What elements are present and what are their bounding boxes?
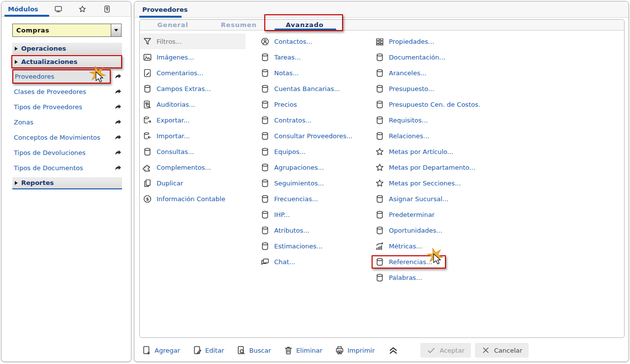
menu-item-exportar[interactable]: Exportar... [143, 112, 257, 128]
star-icon[interactable] [78, 5, 87, 13]
sidebar-section-operaciones[interactable]: Operaciones [12, 43, 122, 55]
share-arrow-icon [114, 134, 122, 142]
sidebar-item-zonas[interactable]: Zonas [12, 116, 122, 128]
menu-item-importar[interactable]: Importar... [143, 128, 257, 144]
tab-general[interactable]: General [140, 20, 206, 30]
dollar-circle-icon: $ [143, 194, 152, 204]
menu-item-frecuencias[interactable]: Frecuencias... [260, 191, 373, 207]
menu-item-ihp[interactable]: IHP... [260, 207, 373, 222]
sidebar-item-conceptos-de-movimientos[interactable]: Conceptos de Movimientos [12, 131, 122, 144]
imprimir-button[interactable]: Imprimir [335, 345, 375, 355]
menu-item-chat[interactable]: Chat... [260, 254, 373, 270]
menu-item-seguimientos[interactable]: Seguimientos... [260, 175, 373, 191]
database-icon [260, 100, 270, 109]
menu-item-duplicar[interactable]: Duplicar [143, 175, 257, 191]
sidebar-item-link[interactable]: Clases de Proveedores [12, 86, 111, 98]
module-selector-dropdown-button[interactable] [111, 24, 121, 36]
menu-item-comentarios[interactable]: Comentarios... [143, 65, 257, 81]
tab-content-box: GeneralResumenAvanzado Filtros...Imágene… [139, 19, 625, 338]
sidebar-item-tipos-de-documentos[interactable]: Tipos de Documentos [12, 162, 122, 174]
database-icon [260, 163, 270, 172]
menu-item-consultar-proveedores[interactable]: Consultar Proveedores... [260, 128, 373, 144]
menu-item-referencias[interactable]: Referencias... [375, 254, 523, 270]
menu-item-tareas[interactable]: Tareas... [260, 49, 373, 65]
sidebar-item-clases-de-proveedores[interactable]: Clases de Proveedores [12, 86, 122, 98]
share-arrow-icon [114, 73, 122, 81]
monitor-icon[interactable] [54, 5, 63, 13]
sidebar-item-link[interactable]: Tipos de Documentos [12, 162, 111, 174]
menu-item-equipos[interactable]: Equipos... [260, 144, 373, 159]
menu-item-presupuesto[interactable]: Presupuesto... [375, 81, 523, 96]
menu-item-metas-por-secciones[interactable]: Metas por Secciones... [375, 175, 523, 191]
tab-modulos[interactable]: Módulos [1, 5, 38, 13]
menu-item-notas[interactable]: Notas... [260, 65, 373, 81]
label: Proveedores [15, 73, 54, 80]
menu-item-informacion-contable[interactable]: $Información Contable [143, 191, 257, 207]
menu-item-metas-por-departamento[interactable]: Metas por Departamento... [375, 159, 523, 175]
menu-item-requisitos[interactable]: Requisitos... [375, 112, 523, 128]
menu-item-relaciones[interactable]: Relaciones... [375, 128, 523, 144]
sidebar-item-link[interactable]: Proveedores [12, 69, 111, 84]
sidebar-item-link[interactable]: Conceptos de Movimientos [12, 131, 111, 144]
sidebar-item-proveedores[interactable]: Proveedores [12, 70, 122, 83]
menu-item-propiedades[interactable]: Propiedades... [375, 33, 523, 49]
label: Editar [205, 347, 224, 354]
clipboard-pencil-icon [143, 68, 152, 78]
sidebar-item-tipos-de-proveedores[interactable]: Tipos de Proveedores [12, 101, 122, 113]
menu-item-contactos[interactable]: Contactos... [260, 33, 373, 49]
module-selector-value: Compras [13, 24, 111, 36]
menu-item-contratos[interactable]: Contratos... [260, 112, 373, 128]
menu-item-palabras[interactable]: Palabras... [375, 270, 523, 285]
search-page-icon [236, 345, 246, 355]
tab-resumen[interactable]: Resumen [206, 20, 272, 30]
menu-item-aranceles[interactable]: Aranceles... [375, 65, 523, 81]
tab-avanzado[interactable]: Avanzado [272, 20, 338, 30]
label: Complementos... [157, 164, 211, 171]
key-icon[interactable] [103, 5, 111, 13]
database-icon [260, 226, 270, 235]
menu-item-predeterminar[interactable]: Predeterminar [375, 207, 523, 222]
sidebar-item-link[interactable]: Zonas [12, 116, 111, 128]
agregar-button[interactable]: Agregar [142, 345, 180, 355]
menu-item-cuentas-bancarias[interactable]: Cuentas Bancarias... [260, 81, 373, 96]
menu-item-estimaciones[interactable]: Estimaciones... [260, 238, 373, 254]
cancelar-button[interactable]: Cancelar [475, 343, 529, 358]
collapse-toolbar-button[interactable] [388, 345, 399, 356]
menu-item-auditorias[interactable]: Auditorias... [143, 96, 257, 112]
sidebar-section-actualizaciones[interactable]: Actualizaciones [11, 55, 122, 68]
label: Tareas... [274, 54, 301, 61]
label: Imprimir [347, 347, 375, 354]
buscar-button[interactable]: Buscar [236, 345, 271, 355]
menu-item-campos-extras[interactable]: Campos Extras... [143, 81, 257, 96]
menu-item-metricas[interactable]: Métricas... [375, 238, 523, 254]
label: Actualizaciones [21, 58, 77, 65]
menu-item-agrupaciones[interactable]: Agrupaciones... [260, 159, 373, 175]
menu-item-presupuesto-cen-de-costos[interactable]: Presupuesto Cen. de Costos. [375, 96, 523, 112]
sidebar-item-tipos-de-devoluciones[interactable]: Tipos de Devoluciones [12, 147, 122, 159]
editar-button[interactable]: Editar [192, 345, 224, 355]
share-arrow-icon [114, 149, 122, 157]
aceptar-button[interactable]: Aceptar [420, 343, 471, 358]
sidebar-item-link[interactable]: Tipos de Devoluciones [12, 147, 111, 159]
eliminar-button[interactable]: Eliminar [284, 345, 322, 355]
contact-icon [260, 37, 270, 46]
menu-item-consultas[interactable]: Consultas... [143, 144, 257, 159]
menu-item-complementos[interactable]: Complementos... [143, 159, 257, 175]
label: Referencias... [389, 258, 432, 266]
label: Aranceles... [389, 69, 426, 77]
menu-item-documentacion[interactable]: Documentación... [375, 49, 523, 65]
label: Relaciones... [389, 132, 429, 140]
menu-item-asignar-sucursal[interactable]: Asignar Sucursal... [375, 191, 523, 207]
sidebar-item-link[interactable]: Tipos de Proveedores [12, 101, 111, 113]
label: Agregar [155, 347, 180, 354]
menu-item-atributos[interactable]: Atributos... [260, 222, 373, 238]
menu-item-metas-por-articulo[interactable]: Metas por Artículo... [375, 144, 523, 159]
triangle-right-icon [15, 60, 18, 64]
menu-item-imagenes[interactable]: Imágenes... [143, 49, 257, 65]
module-selector[interactable]: Compras [12, 24, 122, 37]
menu-item-precios[interactable]: Precios [260, 96, 373, 112]
menu-item-oportunidades[interactable]: Oportunidades... [375, 222, 523, 238]
sidebar-section-reportes[interactable]: Reportes [12, 177, 122, 189]
funnel-icon [143, 37, 152, 46]
label: Oportunidades... [389, 227, 442, 234]
